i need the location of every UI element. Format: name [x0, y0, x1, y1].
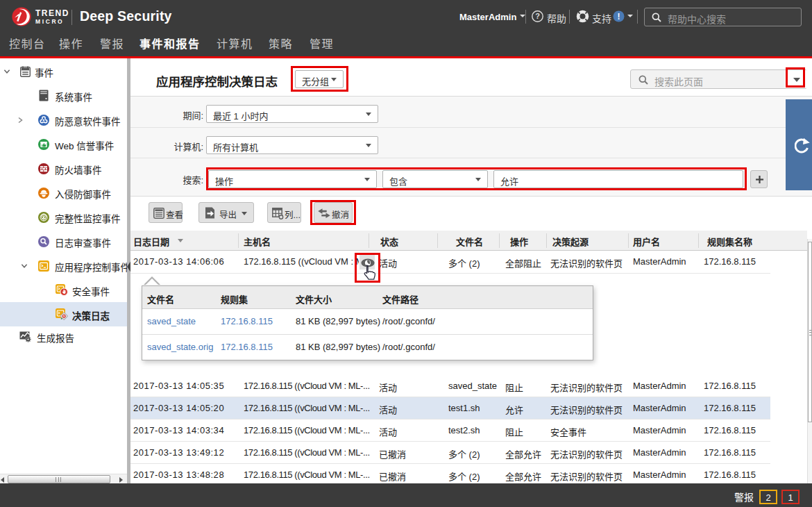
svg-text:?: ?	[535, 12, 540, 20]
svg-text:!: !	[618, 12, 620, 22]
